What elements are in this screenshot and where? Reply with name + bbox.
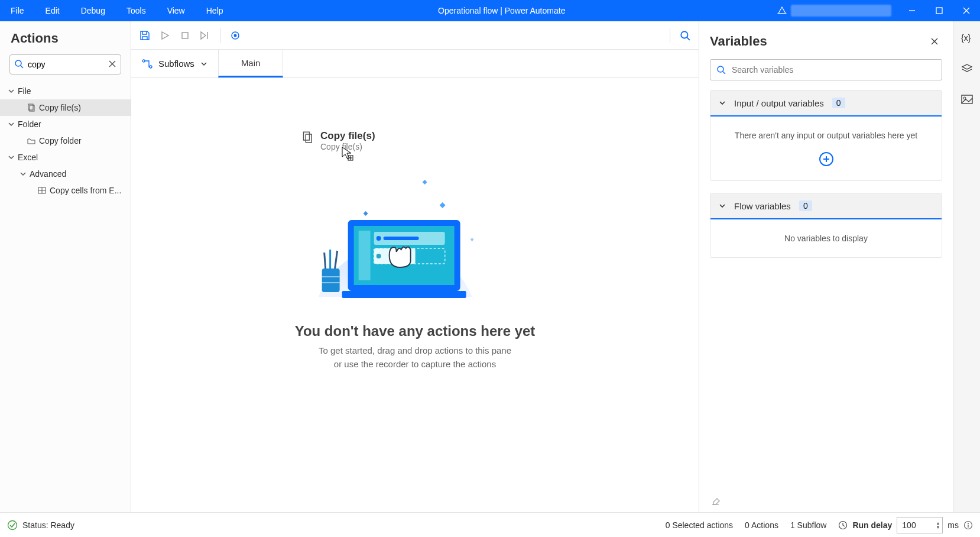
menu-bar: File Edit Debug Tools View Help (0, 0, 234, 21)
empty-text: To get started, drag and drop actions to… (295, 344, 536, 371)
actions-search-box (9, 54, 121, 75)
svg-rect-34 (342, 291, 466, 298)
menu-file[interactable]: File (0, 0, 35, 21)
eraser-icon[interactable] (711, 494, 941, 505)
variables-panel: Variables Input / output variables 0 The… (699, 21, 953, 512)
layers-icon (961, 63, 973, 74)
variables-search-input[interactable] (732, 65, 936, 75)
right-rail: {x} (953, 21, 980, 512)
clear-search-icon[interactable] (108, 60, 116, 68)
record-button[interactable] (225, 25, 245, 46)
empty-state: You don't have any actions here yet To g… (295, 167, 536, 371)
svg-rect-23 (304, 132, 310, 140)
tree-item-label: Copy folder (39, 136, 82, 145)
rail-variables-button[interactable]: {x} (959, 30, 975, 46)
actions-tree: File Copy file(s) Folder Copy folder (0, 80, 131, 201)
tree-group-file[interactable]: File (0, 83, 131, 99)
run-delay-input[interactable]: 100 ▲▼ (897, 517, 943, 533)
copy-files-icon (303, 131, 313, 151)
svg-marker-13 (162, 32, 168, 39)
chevron-down-icon (719, 99, 726, 106)
info-icon[interactable] (963, 520, 973, 530)
step-icon (200, 31, 210, 40)
io-variables-label: Input / output variables (734, 98, 824, 108)
run-button[interactable] (155, 25, 175, 46)
status-ok-icon (7, 520, 18, 530)
svg-line-20 (687, 37, 690, 40)
svg-marker-31 (470, 238, 474, 241)
close-icon (930, 37, 939, 46)
status-text: Status: Ready (22, 520, 74, 530)
save-button[interactable] (135, 25, 155, 46)
environment-name (791, 5, 891, 17)
tab-label: Main (241, 58, 261, 68)
copy-files-icon (27, 103, 35, 112)
chevron-down-icon (20, 171, 26, 177)
tree-group-folder[interactable]: Folder (0, 116, 131, 132)
svg-rect-1 (936, 8, 942, 14)
window-title: Operational flow | Power Automate (234, 6, 770, 15)
tree-group-advanced[interactable]: Advanced (0, 166, 131, 182)
status-subflows-count: 1 Subflow (790, 520, 826, 530)
subflow-bar: Subflows Main (131, 50, 699, 78)
svg-text:{x}: {x} (961, 33, 971, 43)
flow-variables-label: Flow variables (734, 201, 791, 211)
svg-point-22 (150, 66, 152, 68)
svg-point-58 (963, 97, 966, 99)
environment-indicator[interactable] (770, 5, 898, 17)
run-delay-value: 100 (902, 520, 916, 530)
menu-debug[interactable]: Debug (70, 0, 116, 21)
svg-line-43 (324, 253, 326, 268)
tree-item-copy-folder[interactable]: Copy folder (0, 132, 131, 149)
io-variables-header[interactable]: Input / output variables 0 (710, 90, 942, 117)
subflows-label: Subflows (158, 59, 194, 69)
tree-item-copy-files[interactable]: Copy file(s) (0, 99, 131, 116)
menu-view[interactable]: View (157, 0, 196, 21)
flow-canvas[interactable]: Copy file(s) Copy file(s) (131, 78, 699, 512)
search-flow-button[interactable] (675, 25, 695, 46)
menu-edit[interactable]: Edit (35, 0, 70, 21)
run-delay-unit: ms (947, 520, 959, 530)
environment-icon (777, 5, 787, 16)
stop-button[interactable] (175, 25, 195, 46)
svg-rect-38 (384, 237, 419, 240)
record-icon (231, 31, 240, 40)
toolbar-separator (670, 28, 670, 43)
svg-point-4 (15, 60, 21, 66)
search-icon (716, 65, 726, 75)
add-io-variable-button[interactable] (819, 152, 833, 166)
close-button[interactable] (953, 0, 980, 21)
run-delay-label: Run delay (852, 520, 892, 530)
subflows-dropdown[interactable]: Subflows (131, 50, 218, 77)
svg-line-51 (723, 72, 725, 74)
menu-tools[interactable]: Tools (116, 0, 157, 21)
menu-help[interactable]: Help (196, 0, 234, 21)
run-delay-spinner[interactable]: ▲▼ (936, 521, 940, 529)
search-icon (14, 59, 24, 69)
status-selected-actions: 0 Selected actions (666, 520, 733, 530)
tree-group-excel[interactable]: Excel (0, 149, 131, 166)
rail-images-button[interactable] (959, 91, 975, 108)
empty-heading: You don't have any actions here yet (295, 323, 536, 339)
svg-point-62 (968, 523, 969, 524)
tree-item-copy-cells[interactable]: Copy cells from E... (0, 182, 131, 199)
editor-toolbar (131, 21, 699, 50)
tab-main[interactable]: Main (218, 50, 284, 77)
svg-point-41 (377, 254, 381, 258)
actions-search-input[interactable] (9, 54, 121, 75)
editor-area: Subflows Main Copy file(s) Copy file(s) (131, 21, 699, 512)
chevron-down-icon (8, 154, 14, 160)
status-actions-count: 0 Actions (745, 520, 778, 530)
step-button[interactable] (195, 25, 215, 46)
minimize-button[interactable] (898, 0, 926, 21)
svg-point-37 (377, 236, 381, 241)
chevron-down-icon (8, 88, 14, 94)
flow-variables-header[interactable]: Flow variables 0 (710, 193, 942, 219)
excel-icon (38, 186, 46, 195)
maximize-button[interactable] (926, 0, 953, 21)
rail-ui-elements-button[interactable] (959, 60, 975, 77)
io-variables-empty-text: There aren't any input or output variabl… (716, 131, 936, 140)
flow-variables-count: 0 (799, 200, 812, 211)
svg-marker-28 (423, 180, 427, 185)
close-variables-button[interactable] (927, 34, 942, 49)
